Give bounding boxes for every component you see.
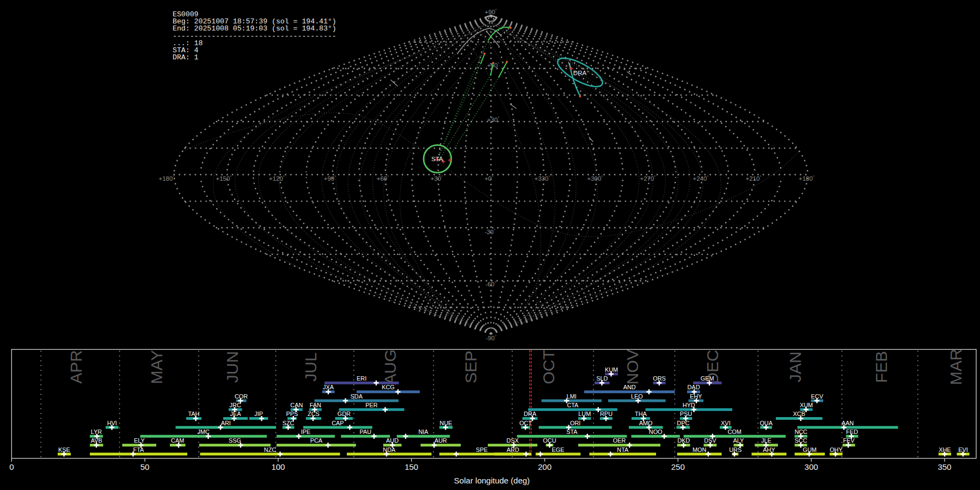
- svg-text:AUD: AUD: [386, 437, 399, 444]
- svg-text:KCG: KCG: [382, 384, 395, 390]
- svg-text:+300°: +300°: [587, 175, 603, 182]
- svg-text:JLE: JLE: [761, 437, 771, 444]
- svg-text:-30°: -30°: [485, 228, 495, 235]
- svg-text:ARD: ARD: [507, 446, 519, 453]
- svg-text:SSG: SSG: [229, 437, 241, 444]
- svg-text:NDA: NDA: [383, 446, 396, 453]
- svg-text:LEO: LEO: [631, 393, 643, 400]
- svg-text:+270°: +270°: [640, 175, 656, 182]
- svg-text:CTA: CTA: [567, 402, 579, 408]
- svg-text:AND: AND: [623, 384, 636, 390]
- svg-text:-90°: -90°: [486, 334, 497, 341]
- svg-text:300: 300: [805, 462, 818, 471]
- svg-text:URS: URS: [729, 446, 742, 453]
- svg-text:ZCS: ZCS: [308, 411, 320, 417]
- svg-text:-60°: -60°: [486, 280, 497, 287]
- svg-text:ELY: ELY: [134, 437, 145, 444]
- svg-text:+90°: +90°: [324, 175, 336, 182]
- svg-text:100: 100: [271, 462, 285, 471]
- svg-text:JMC: JMC: [198, 428, 210, 435]
- svg-text:+90°: +90°: [485, 8, 497, 15]
- svg-text:NZC: NZC: [264, 446, 277, 453]
- svg-text:STA: STA: [431, 156, 443, 162]
- svg-text:+30°: +30°: [431, 175, 443, 182]
- svg-text:GDR: GDR: [338, 411, 351, 417]
- svg-text:+60°: +60°: [377, 175, 389, 182]
- svg-text:RPU: RPU: [600, 411, 612, 417]
- svg-text:NIA: NIA: [418, 428, 428, 435]
- svg-text:NOV: NOV: [623, 349, 641, 384]
- svg-text:GUM: GUM: [803, 446, 816, 453]
- svg-text:DKD: DKD: [677, 437, 690, 444]
- svg-text:JUL: JUL: [302, 352, 320, 381]
- svg-text:NUE: NUE: [440, 420, 452, 426]
- svg-text:CAM: CAM: [171, 437, 184, 444]
- svg-text:EHY: EHY: [690, 393, 702, 400]
- svg-text:MAY: MAY: [148, 350, 166, 384]
- svg-text:FTA: FTA: [133, 446, 144, 453]
- svg-text:OCT: OCT: [540, 350, 558, 384]
- svg-text:PER: PER: [365, 402, 378, 408]
- svg-text:DRA: DRA: [573, 70, 587, 76]
- svg-text:+330°: +330°: [535, 175, 550, 182]
- svg-text:350: 350: [938, 462, 951, 471]
- svg-text:NCC: NCC: [794, 428, 807, 435]
- svg-text:DAD: DAD: [688, 384, 700, 390]
- svg-text:AAN: AAN: [842, 420, 854, 426]
- svg-text:AMO: AMO: [639, 420, 653, 426]
- svg-text:PAU: PAU: [360, 428, 372, 435]
- svg-text:CAP: CAP: [332, 420, 344, 426]
- svg-text:JEA: JEA: [230, 411, 242, 417]
- svg-text:XVI: XVI: [721, 420, 731, 426]
- svg-text:MON: MON: [693, 446, 706, 453]
- svg-text:OHY: OHY: [830, 446, 843, 453]
- svg-text:AHY: AHY: [763, 446, 775, 453]
- svg-text:+240°: +240°: [693, 175, 709, 182]
- svg-text:OER: OER: [613, 437, 626, 444]
- svg-text:XCB: XCB: [793, 411, 805, 417]
- svg-text:XHE: XHE: [939, 446, 951, 453]
- svg-text:DSX: DSX: [506, 437, 519, 444]
- svg-text:QUA: QUA: [759, 420, 773, 426]
- svg-text:ORS: ORS: [653, 375, 666, 382]
- svg-text:+30°: +30°: [487, 116, 500, 123]
- svg-text:AUG: AUG: [381, 349, 399, 384]
- svg-text:CAN: CAN: [290, 402, 303, 408]
- svg-text:SPE: SPE: [476, 446, 488, 453]
- svg-text:PCA: PCA: [310, 437, 323, 444]
- svg-text:JRC: JRC: [230, 402, 241, 408]
- svg-text:+180°: +180°: [799, 175, 814, 182]
- svg-text:0: 0: [9, 462, 14, 471]
- svg-text:DSV: DSV: [704, 437, 716, 444]
- svg-text:JUN: JUN: [223, 351, 241, 383]
- svg-text:ARI: ARI: [221, 420, 231, 426]
- svg-text:+210°: +210°: [746, 175, 762, 182]
- svg-text:XUM: XUM: [800, 402, 813, 408]
- svg-text:250: 250: [671, 462, 685, 471]
- svg-text:LUM: LUM: [578, 411, 591, 417]
- svg-text:COR: COR: [235, 393, 248, 400]
- svg-text:EGE: EGE: [552, 446, 565, 453]
- svg-text:ALY: ALY: [733, 437, 745, 444]
- svg-text:COM: COM: [727, 428, 741, 435]
- svg-text:PSU: PSU: [680, 411, 693, 417]
- svg-text:OCT: OCT: [519, 420, 532, 426]
- svg-text:TAH: TAH: [188, 411, 200, 417]
- svg-text:HVI: HVI: [107, 420, 117, 426]
- svg-text:+120°: +120°: [269, 175, 285, 182]
- svg-text:200: 200: [538, 462, 552, 471]
- svg-text:+0°: +0°: [485, 175, 493, 182]
- svg-text:50: 50: [140, 462, 150, 471]
- svg-text:150: 150: [405, 462, 418, 471]
- svg-text:HYD: HYD: [683, 402, 695, 408]
- svg-text:SZC: SZC: [283, 420, 295, 426]
- svg-text:SLD: SLD: [596, 375, 608, 382]
- svg-text:JXA: JXA: [323, 384, 334, 390]
- svg-text:LMI: LMI: [567, 393, 577, 400]
- svg-text:STA: STA: [566, 428, 578, 435]
- svg-text:SCC: SCC: [795, 437, 807, 444]
- svg-text:DRA: DRA: [524, 411, 537, 417]
- svg-text:PPS: PPS: [286, 411, 298, 417]
- svg-text:GEM: GEM: [701, 375, 714, 382]
- svg-text:MAR: MAR: [947, 349, 965, 385]
